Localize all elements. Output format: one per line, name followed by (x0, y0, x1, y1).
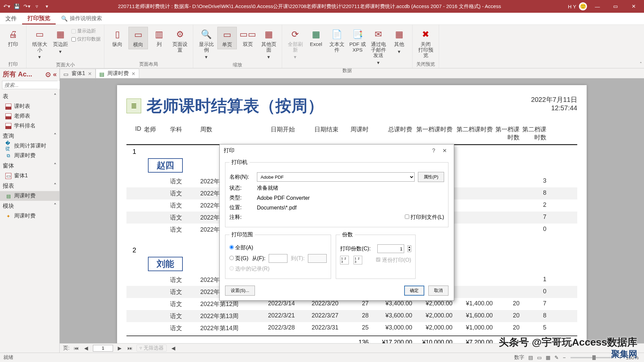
margins-button[interactable]: ▦页边距▾ (51, 27, 70, 56)
chevron-up-icon: ˄ (54, 93, 57, 100)
nav-search[interactable]: 🔍 (2, 81, 57, 89)
nav-module-item[interactable]: ✦周课时费 (0, 211, 59, 221)
nav-cat-queries[interactable]: 查询˄ (0, 131, 59, 141)
range-all-radio[interactable]: 全部(A) (229, 244, 253, 251)
one-page-icon: ▭ (221, 28, 233, 41)
export-pdf-button[interactable]: 📑PDF 或 XPS (348, 27, 367, 54)
close-preview-button[interactable]: ✖关闭 打印预览 (416, 27, 435, 60)
window-title: 220711老师课时费统计 : 数据库- D:\OneDrive\WK\1.Ac… (51, 3, 568, 10)
ribbon-group-data: ⟳全部刷新▾ ▦Excel 📄文本文件 📑PDF 或 XPS ✉通过电子邮件发送… (282, 25, 413, 68)
landscape-button[interactable]: ▭横向 (128, 27, 148, 49)
collapse-ribbon-icon[interactable]: ˄ (640, 61, 642, 67)
collate-preview-icon (354, 256, 362, 264)
nav-cat-forms[interactable]: 窗体˄ (0, 161, 59, 171)
print-preview-tab[interactable]: 打印预览 (22, 13, 56, 24)
refresh-all-button[interactable]: ⟳全部刷新▾ (285, 27, 305, 61)
save-icon[interactable]: 💾 (13, 2, 21, 10)
margins-icon: ▦ (54, 28, 66, 40)
prev-page-button[interactable]: ◀ (83, 345, 90, 351)
paper-size-button[interactable]: ▭纸张大小▾ (30, 27, 49, 61)
export-excel-button[interactable]: ▦Excel (306, 27, 326, 49)
nav-cat-reports[interactable]: 报表˄ (0, 181, 59, 191)
one-page-button[interactable]: ▭单页 (217, 27, 237, 49)
nav-cat-tables[interactable]: 表˄ (0, 91, 59, 102)
view-print-icon[interactable]: ▭ (535, 355, 544, 361)
nav-report-item[interactable]: ▤周课时费 (0, 191, 59, 201)
spinner-icon[interactable]: ▲▼ (408, 245, 411, 252)
user-avatar-icon[interactable]: 🙂 (579, 2, 587, 10)
page-number-input[interactable] (93, 345, 113, 352)
view-layout-icon[interactable]: ▦ (544, 355, 552, 361)
nav-table-item[interactable]: 老师表 (0, 111, 59, 121)
more-icon: ▦ (393, 28, 405, 40)
first-page-button[interactable]: ⏮ (73, 345, 79, 351)
nav-table-item[interactable]: 课时表 (0, 102, 59, 111)
two-pages-button[interactable]: ▭▭双页 (238, 27, 258, 49)
filter-icon[interactable]: ▿ (33, 2, 41, 10)
filter-indicator: ▿ 无筛选器 (137, 345, 167, 352)
minimize-button[interactable]: ― (590, 0, 605, 13)
show-margins-checkbox[interactable]: 显示边距 (71, 28, 101, 34)
view-report-icon[interactable]: ▤ (526, 355, 535, 361)
nav-cat-modules[interactable]: 模块˄ (0, 201, 59, 211)
restore-button[interactable]: ▭ (608, 0, 623, 13)
portrait-button[interactable]: ▯纵向 (108, 27, 127, 49)
more-pages-icon: ▦ (263, 28, 275, 40)
cancel-button[interactable]: 取消 (428, 286, 448, 296)
setup-button[interactable]: 设置(S)... (225, 286, 255, 296)
nav-collapse-icon[interactable]: « (53, 70, 57, 78)
nav-form-item[interactable]: ▭窗体1 (0, 171, 59, 181)
page-setup-button[interactable]: ⚙页面设置 (170, 27, 190, 54)
zoom-out-button[interactable]: − (561, 355, 568, 360)
undo-icon[interactable]: ↶▾ (3, 2, 11, 10)
next-page-button[interactable]: ▶ (116, 345, 123, 351)
doc-tab-form1[interactable]: ▭窗体1✕ (60, 69, 96, 78)
export-text-button[interactable]: 📄文本文件 (327, 27, 346, 54)
close-window-button[interactable]: ✕ (626, 0, 641, 13)
nav-table-item[interactable]: 学科排名 (0, 121, 59, 131)
report-title: 老师课时结算表（按周） (147, 95, 324, 117)
report-icon: ▤ (99, 71, 105, 76)
ribbon-group-page-size: ▭纸张大小▾ ▦页边距▾ 显示边距 仅打印数据 页面大小 (26, 25, 104, 68)
print-to-file-checkbox[interactable]: 打印到文件(L) (405, 214, 444, 221)
printer-name-select[interactable]: Adobe PDF (257, 172, 415, 182)
ok-button[interactable]: 确定 (404, 286, 424, 296)
page-from-input[interactable] (269, 254, 287, 263)
doc-tab-report[interactable]: ▤周课时费✕ (96, 69, 139, 78)
scroll-left-button[interactable]: ◀ (170, 345, 177, 351)
pdf-icon: 📑 (352, 28, 364, 40)
report-date: 2022年7月11日 (531, 95, 577, 104)
redo-icon[interactable]: ↷▾ (23, 2, 31, 10)
watermark-text: 聚集网 (611, 348, 637, 360)
email-button[interactable]: ✉通过电子邮件发送▾ (369, 27, 388, 67)
view-design-icon[interactable]: ✎ (552, 355, 561, 361)
dialog-help-button[interactable]: ? (428, 148, 439, 154)
range-pages-radio[interactable]: 页(G) (229, 255, 249, 262)
more-pages-button[interactable]: ▦其他页面▾ (259, 27, 278, 61)
nav-dropdown-icon[interactable]: ⊙ (45, 70, 51, 78)
query-icon: �從 (5, 143, 11, 149)
chevron-up-icon: ˄ (54, 182, 57, 189)
printer-properties-button[interactable]: 属性(P) (418, 172, 444, 182)
print-data-only-checkbox[interactable]: 仅打印数据 (71, 36, 101, 42)
collate-checkbox[interactable]: 逐份打印(O) (376, 257, 411, 264)
zoom-button[interactable]: 🔍显示比例▾ (197, 27, 216, 61)
file-tab[interactable]: 文件 (0, 13, 22, 24)
copies-input[interactable] (377, 244, 404, 253)
nav-query-item[interactable]: �從按周计算课时 (0, 141, 59, 151)
tell-me-search[interactable]: 🔍 操作说明搜索 (61, 15, 102, 22)
dialog-close-button[interactable]: ✕ (439, 147, 450, 154)
zoom-slider[interactable] (571, 357, 614, 358)
last-page-button[interactable]: ⏭ (126, 345, 133, 351)
print-button[interactable]: 🖨打印 (3, 27, 23, 49)
page-to-input[interactable] (308, 254, 327, 263)
qat-customize-icon[interactable]: ▾ (43, 2, 51, 10)
printer-type: Adobe PDF Converter (257, 195, 310, 201)
nav-query-item[interactable]: ⧉周课时费 (0, 151, 59, 161)
export-more-button[interactable]: ▦其他▾ (389, 27, 409, 56)
columns-button[interactable]: ▥列 (149, 27, 169, 49)
close-tab-icon[interactable]: ✕ (131, 71, 136, 76)
status-ready: 就绪 (3, 354, 13, 361)
printer-name-label: 名称(N): (229, 174, 254, 181)
close-tab-icon[interactable]: ✕ (88, 71, 92, 76)
